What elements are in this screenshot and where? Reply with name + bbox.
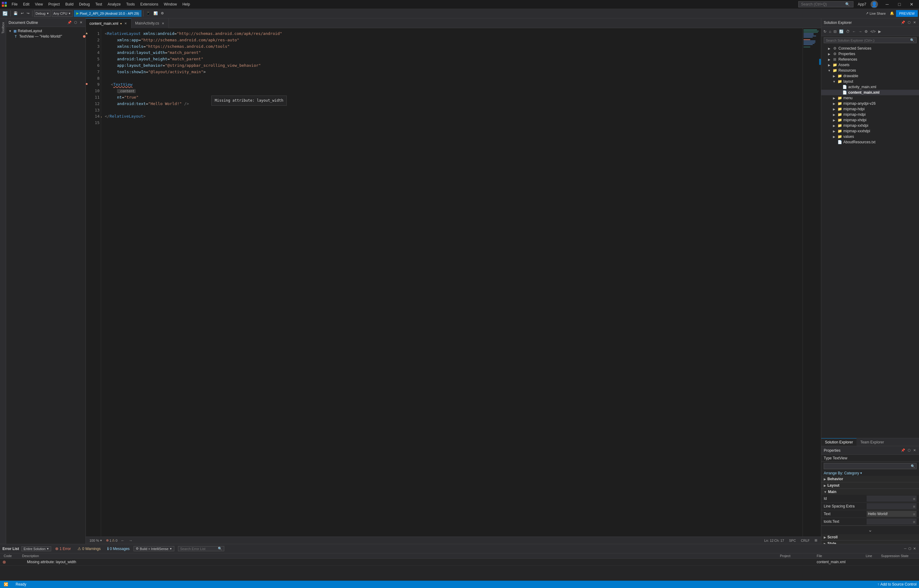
- tree-mipmap-xxhdpi[interactable]: ▶ 📁 mipmap-xxhdpi: [821, 123, 919, 128]
- prop-section-main-header[interactable]: ▼ Main: [821, 489, 919, 495]
- preview-button[interactable]: PREVIEW: [896, 10, 918, 17]
- nav-back-button[interactable]: ←: [120, 538, 125, 543]
- prop-section-layout-header[interactable]: ▶ Layout: [821, 482, 919, 488]
- tree-content-main-xml[interactable]: 📄 content_main.xml: [821, 90, 919, 95]
- minimize-button[interactable]: ─: [881, 0, 893, 8]
- tree-layout[interactable]: ▼ 📁 layout: [821, 79, 919, 84]
- menu-test[interactable]: Test: [93, 2, 105, 7]
- toolbar-new[interactable]: 🔄: [1, 10, 9, 16]
- tree-mipmap-mdpi[interactable]: ▶ 📁 mipmap-mdpi: [821, 112, 919, 117]
- menu-debug[interactable]: Debug: [77, 2, 92, 7]
- global-search-box[interactable]: 🔍: [798, 1, 853, 7]
- prop-section-behavior-header[interactable]: ▶ Behavior: [821, 476, 919, 482]
- tab-content-main-xml[interactable]: content_main.xml ● ✕: [86, 18, 131, 28]
- tree-assets[interactable]: ▶ 📁 Assets: [821, 62, 919, 68]
- tab-mainactivity-cs[interactable]: MainActivity.cs ✕: [131, 18, 168, 28]
- toolbar-more[interactable]: ⚙: [160, 11, 165, 16]
- prop-search-input[interactable]: [825, 464, 911, 468]
- col-header-code[interactable]: Code: [2, 554, 21, 558]
- tree-activity-main-xml[interactable]: 📄 activity_main.xml: [821, 84, 919, 90]
- debug-mode-dropdown[interactable]: Debug ▼: [34, 10, 50, 17]
- sol-sync-btn[interactable]: ↻: [822, 29, 827, 34]
- tree-drawable[interactable]: ▶ 📁 drawable: [821, 73, 919, 79]
- tree-references[interactable]: ▶ ⊞ References: [821, 57, 919, 62]
- menu-view[interactable]: View: [32, 2, 45, 7]
- col-header-project[interactable]: Project: [779, 554, 816, 558]
- error-expand-btn[interactable]: ⬡: [908, 547, 912, 551]
- prop-input-tools-text[interactable]: [868, 519, 913, 524]
- run-button[interactable]: ▶ Pixel_2_API_29 (Android 10.0 - API 29): [74, 10, 142, 17]
- expand-item[interactable]: ⊞: [813, 538, 819, 542]
- tree-menu[interactable]: ▶ 📁 menu: [821, 95, 919, 101]
- col-header-file[interactable]: File: [816, 554, 864, 558]
- menu-tools[interactable]: Tools: [124, 2, 137, 7]
- toolbar-device[interactable]: 📱: [145, 11, 152, 16]
- message-count-badge[interactable]: ℹ 0 Messages: [105, 546, 132, 552]
- solution-filter-dropdown[interactable]: Entire Solution ▼: [21, 546, 51, 551]
- code-content[interactable]: <RelativeLayout xmlns:android="http://sc…: [101, 28, 803, 536]
- tree-mipmap-anydpi[interactable]: ▶ 📁 mipmap-anydpi-v26: [821, 101, 919, 106]
- error-close-btn[interactable]: ✕: [913, 547, 917, 551]
- close-button[interactable]: ✕: [906, 0, 918, 8]
- tab-solution-explorer[interactable]: Solution Explorer: [821, 438, 856, 446]
- sol-properties-btn[interactable]: ⚙: [864, 29, 869, 34]
- menu-project[interactable]: Project: [46, 2, 62, 7]
- menu-extensions[interactable]: Extensions: [138, 2, 161, 7]
- error-search-input[interactable]: [180, 547, 217, 551]
- error-row-1[interactable]: ⊗ Missing attribute: layout_width conten…: [0, 559, 919, 565]
- col-header-suppression[interactable]: Suppression State: [880, 554, 917, 558]
- tree-resources[interactable]: ▼ 📁 Resources: [821, 68, 919, 73]
- prop-value-id[interactable]: ◼: [867, 496, 917, 502]
- panel-pin-button[interactable]: 📌: [67, 21, 72, 24]
- sol-filter-btn[interactable]: ⊟: [833, 29, 838, 34]
- prop-expand-btn[interactable]: ⬡: [907, 448, 911, 452]
- nav-forward-button[interactable]: →: [128, 538, 133, 543]
- menu-edit[interactable]: Edit: [21, 2, 32, 7]
- prop-section-style-header[interactable]: ▶ Style: [821, 541, 919, 544]
- se-close-button[interactable]: ✕: [913, 21, 917, 24]
- solution-search-input[interactable]: [826, 39, 910, 42]
- prop-input-text[interactable]: [868, 512, 913, 516]
- tree-values[interactable]: ▶ 📁 values: [821, 134, 919, 139]
- prop-pin-btn[interactable]: 📌: [900, 448, 906, 452]
- sol-home-btn[interactable]: ⌂: [828, 29, 832, 34]
- toolbar-performance[interactable]: 📊: [152, 11, 159, 16]
- error-search-box[interactable]: 🔍: [178, 546, 224, 551]
- toolbar-save[interactable]: 💾: [12, 11, 19, 16]
- menu-analyze[interactable]: Analyze: [105, 2, 123, 7]
- tree-mipmap-xxxhdpi[interactable]: ▶ 📁 mipmap-xxxhdpi: [821, 128, 919, 134]
- prop-input-id[interactable]: [868, 496, 913, 501]
- prop-input-line-spacing[interactable]: [868, 504, 913, 508]
- toolbar-notification[interactable]: 🔔: [889, 11, 895, 16]
- warning-count-badge[interactable]: ⚠ 0 Warnings: [75, 546, 103, 552]
- prop-section-scroll-header[interactable]: ▶ Scroll: [821, 534, 919, 540]
- sol-more-btn[interactable]: ▶: [877, 29, 882, 34]
- panel-close-button[interactable]: ✕: [79, 21, 83, 24]
- tab-team-explorer[interactable]: Team Explorer: [856, 438, 887, 446]
- global-search-input[interactable]: [801, 2, 844, 6]
- solution-search-box[interactable]: 🔍: [824, 37, 917, 43]
- prop-search-box[interactable]: 🔍: [824, 463, 917, 469]
- prop-value-tools-text[interactable]: ◼: [867, 519, 917, 525]
- menu-help[interactable]: Help: [180, 2, 192, 7]
- sol-history-btn[interactable]: ⏱: [845, 29, 851, 34]
- tree-properties[interactable]: ▶ ⚙ Properties: [821, 51, 919, 57]
- build-intellisense-filter[interactable]: ⚙ Build + IntelliSense ▼: [134, 546, 174, 551]
- source-control-item[interactable]: ↑ Add to Source Control: [877, 582, 917, 586]
- zoom-item[interactable]: 100 % ▼: [88, 539, 103, 542]
- tree-mipmap-xhdpi[interactable]: ▶ 📁 mipmap-xhdpi: [821, 117, 919, 123]
- sol-refresh-btn[interactable]: 🔄: [838, 29, 845, 34]
- tree-connected-services[interactable]: ▶ ⚙ Connected Services: [821, 46, 919, 51]
- outline-textview[interactable]: T TextView — "Hello World!": [6, 34, 86, 39]
- tab-close-content-main[interactable]: ✕: [124, 22, 128, 25]
- sol-forward-btn[interactable]: →: [858, 29, 863, 34]
- col-header-desc[interactable]: Description: [21, 554, 779, 558]
- tree-about-resources[interactable]: 📄 AboutResources.txt: [821, 139, 919, 145]
- sol-code-btn[interactable]: </>: [869, 29, 876, 34]
- prop-close-btn[interactable]: ✕: [913, 448, 917, 452]
- menu-window[interactable]: Window: [162, 2, 179, 7]
- panel-expand-button[interactable]: ⬡: [74, 21, 78, 24]
- menu-build[interactable]: Build: [63, 2, 76, 7]
- col-header-line[interactable]: Line: [864, 554, 880, 558]
- user-avatar[interactable]: 👤: [871, 1, 878, 8]
